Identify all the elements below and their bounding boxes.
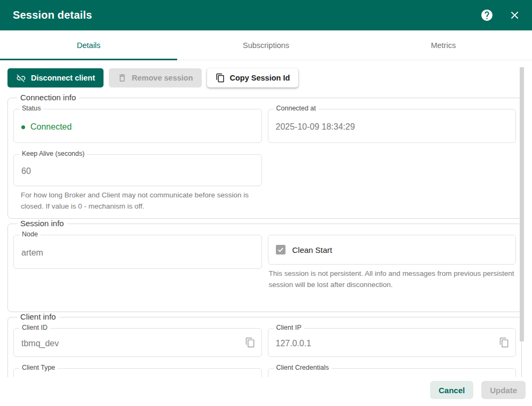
keep-alive-cell: Keep Alive (seconds) 60 For how long Bro… (13, 154, 262, 212)
tab-bar: Details Subscriptions Metrics (0, 30, 532, 60)
status-dot-icon (21, 125, 25, 129)
copy-icon (216, 73, 225, 83)
clean-start-cell: Clean Start This session is not persiste… (268, 235, 517, 290)
dialog-body: Disconnect client Remove session Copy Se… (0, 60, 532, 406)
client-ip-value: 127.0.0.1 (276, 339, 312, 348)
client-info-legend: Client info (17, 312, 59, 321)
status-value: Connected (30, 122, 72, 132)
close-button[interactable] (507, 9, 521, 22)
update-button[interactable]: Update (481, 381, 526, 399)
node-value: artem (21, 248, 43, 258)
client-credentials-label: Client Credentials (274, 364, 332, 371)
dialog-title: Session details (13, 9, 480, 21)
copy-client-ip-button[interactable] (497, 336, 511, 349)
keep-alive-value: 60 (21, 166, 31, 176)
clean-start-hint: This session is not persistent. All info… (269, 268, 515, 290)
node-label: Node (19, 230, 41, 238)
tab-metrics[interactable]: Metrics (355, 30, 532, 60)
cancel-button[interactable]: Cancel (430, 381, 473, 399)
client-id-field: Client ID tbmq_dev (13, 328, 262, 357)
copy-session-id-button[interactable]: Copy Session Id (207, 68, 299, 87)
keep-alive-field: Keep Alive (seconds) 60 (13, 154, 262, 186)
delete-icon (117, 73, 127, 83)
copy-icon (245, 337, 256, 348)
node-field: Node artem (13, 235, 262, 269)
status-label: Status (19, 105, 43, 112)
dialog-header: Session details (0, 0, 532, 30)
keep-alive-label: Keep Alive (seconds) (19, 150, 87, 157)
disconnect-client-button[interactable]: Disconnect client (7, 68, 104, 87)
client-id-value: tbmq_dev (21, 339, 59, 348)
header-actions (480, 9, 521, 22)
client-ip-field: Client IP 127.0.0.1 (268, 328, 517, 357)
status-field: Status Connected (13, 109, 262, 143)
connected-at-label: Connected at (274, 105, 319, 112)
client-id-label: Client ID (19, 324, 50, 331)
link-off-icon (16, 73, 26, 83)
remove-session-button[interactable]: Remove session (109, 68, 201, 87)
connected-at-value: 2025-10-09 18:34:29 (276, 122, 355, 132)
copy-icon (499, 337, 510, 348)
close-icon (509, 9, 521, 21)
disconnect-client-label: Disconnect client (31, 74, 95, 82)
help-icon (480, 9, 494, 22)
copy-session-id-label: Copy Session Id (230, 74, 290, 82)
session-info-legend: Session info (17, 219, 67, 228)
check-icon (277, 246, 284, 253)
remove-session-label: Remove session (132, 74, 193, 82)
help-button[interactable] (480, 9, 494, 22)
connection-info-group: Connection info Status Connected Connect… (7, 98, 522, 219)
client-type-label: Client Type (19, 364, 58, 371)
clean-start-checkbox[interactable] (276, 245, 285, 254)
session-info-group: Session info Node artem Clean Start (7, 224, 522, 312)
connected-at-field: Connected at 2025-10-09 18:34:29 (268, 109, 517, 143)
clean-start-field: Clean Start (268, 235, 517, 265)
session-toolbar: Disconnect client Remove session Copy Se… (7, 68, 525, 87)
client-ip-label: Client IP (274, 324, 304, 331)
keep-alive-hint: For how long Broker and Client may not c… (21, 190, 261, 212)
vertical-scrollbar-thumb[interactable] (520, 67, 524, 341)
tab-subscriptions[interactable]: Subscriptions (177, 30, 354, 60)
connection-info-legend: Connection info (17, 93, 79, 102)
tab-details[interactable]: Details (0, 30, 177, 60)
dialog-footer: Cancel Update (0, 377, 532, 406)
copy-client-id-button[interactable] (243, 336, 257, 349)
clean-start-label: Clean Start (292, 245, 332, 254)
